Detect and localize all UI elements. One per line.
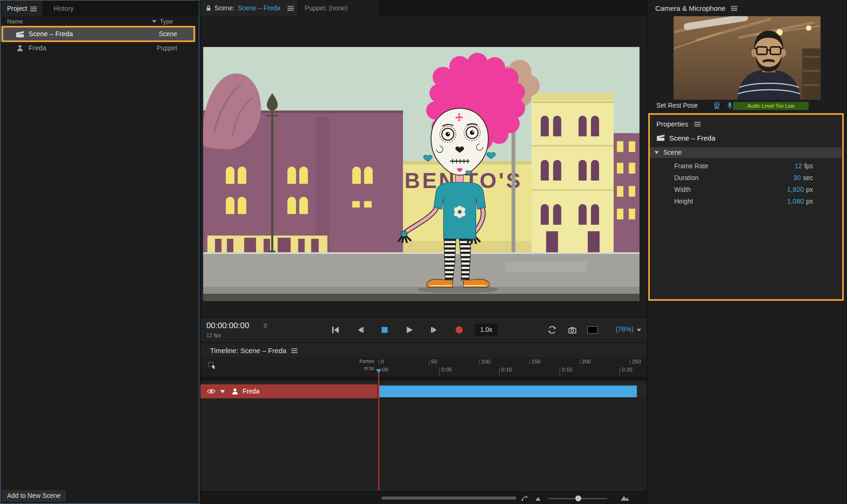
- track-header-freda[interactable]: Freda: [200, 384, 378, 398]
- property-row-duration: Duration 30sec: [650, 174, 842, 184]
- next-frame-button[interactable]: [427, 323, 442, 338]
- timeline-header: Timeline: Scene – Freda: [200, 343, 647, 357]
- frame-counter[interactable]: 0: [264, 323, 267, 329]
- track-visibility-eye-icon[interactable]: [207, 388, 216, 394]
- properties-title: Properties: [656, 120, 688, 128]
- time-tick: 0:10: [501, 367, 511, 373]
- go-to-start-button[interactable]: [328, 323, 343, 338]
- puppet-icon: [17, 45, 24, 51]
- frame-tick: 250: [632, 358, 641, 364]
- scene-clapperboard-icon: [16, 30, 24, 38]
- loop-playback-icon[interactable]: [544, 323, 559, 338]
- property-label: Height: [674, 198, 693, 205]
- track-expand-caret-icon[interactable]: [220, 389, 225, 393]
- project-item-name: Scene – Freda: [29, 30, 73, 38]
- timeline-title: Timeline: Scene – Freda: [210, 346, 287, 354]
- playhead[interactable]: [378, 369, 379, 490]
- panel-menu-icon[interactable]: [288, 6, 294, 10]
- project-row-scene-freda[interactable]: Scene – Freda Scene: [0, 26, 195, 41]
- project-row-freda[interactable]: Freda Puppet: [0, 41, 195, 55]
- playback-bar: 00:00:00:00 0 12 fps 1.0x: [200, 317, 647, 342]
- property-value[interactable]: 1,920: [787, 186, 804, 194]
- timecode[interactable]: 00:00:00:00: [207, 321, 249, 330]
- track-puppet-icon: [232, 388, 238, 394]
- transparency-grid-toggle[interactable]: [587, 326, 598, 334]
- camera-toggle-icon[interactable]: [712, 102, 721, 110]
- column-name[interactable]: Name: [7, 18, 23, 25]
- set-rest-pose-button[interactable]: Set Rest Pose: [656, 102, 698, 110]
- frame-tick: 200: [582, 358, 591, 364]
- timeline-panel: Timeline: Scene – Freda frames m:ss 0 50…: [200, 342, 647, 504]
- stop-button[interactable]: [377, 323, 392, 338]
- timeline-scroll-row: [200, 492, 647, 504]
- zoom-out-mountain-icon[interactable]: [535, 496, 541, 501]
- timeline-empty-area[interactable]: [200, 399, 647, 491]
- scene-artwork: BENITO'S: [203, 47, 640, 301]
- character-animator-app: Project History Name Type Scene – Freda …: [0, 0, 847, 504]
- sort-caret-icon[interactable]: [152, 20, 157, 23]
- previous-frame-button[interactable]: [353, 323, 368, 338]
- tab-puppet[interactable]: Puppet: (none): [299, 0, 379, 16]
- playback-speed[interactable]: 1.0x: [475, 324, 497, 336]
- column-type[interactable]: Type: [160, 18, 173, 25]
- lock-icon: [206, 5, 211, 11]
- frame-tick: 150: [532, 358, 541, 364]
- track-name: Freda: [242, 387, 259, 395]
- project-panel: Project History Name Type Scene – Freda …: [0, 0, 200, 504]
- scene-clip-bar[interactable]: [379, 386, 637, 397]
- horizontal-scrollbar[interactable]: [380, 496, 519, 500]
- tab-history[interactable]: History: [48, 0, 79, 16]
- property-value[interactable]: 1,080: [787, 198, 804, 205]
- property-unit: fps: [804, 162, 813, 170]
- play-button[interactable]: [402, 323, 417, 338]
- tab-scene[interactable]: Scene: Scene – Freda: [200, 0, 298, 16]
- audio-level-warning-badge: Audio Level Too Low: [733, 102, 809, 110]
- center-panel: Scene: Scene – Freda Puppet: (none): [200, 0, 647, 504]
- property-label: Frame Rate: [674, 162, 709, 170]
- project-item-type: Puppet: [157, 44, 177, 52]
- property-unit: sec: [803, 174, 813, 181]
- microphone-toggle-icon[interactable]: [727, 102, 733, 110]
- property-unit: px: [806, 198, 813, 205]
- scene-section-header[interactable]: Scene: [650, 147, 842, 158]
- panel-menu-icon[interactable]: [291, 348, 298, 353]
- time-tick: :00: [381, 367, 388, 373]
- tab-project[interactable]: Project: [1, 0, 42, 16]
- tab-project-label: Project: [7, 5, 27, 12]
- project-tabbar: Project History: [0, 0, 199, 16]
- playhead-marker-icon[interactable]: [376, 369, 381, 373]
- properties-item-name: Scene – Freda: [669, 134, 715, 142]
- tab-puppet-label: Puppet: (none): [304, 4, 347, 12]
- add-to-new-scene-button[interactable]: Add to New Scene: [1, 490, 66, 502]
- panel-menu-icon[interactable]: [31, 6, 37, 11]
- frame-tick: 0: [381, 358, 384, 364]
- tab-scene-name: Scene – Freda: [238, 4, 280, 12]
- track-select-tool-icon[interactable]: [208, 362, 216, 370]
- zoom-caret-icon[interactable]: [637, 329, 641, 331]
- fps-label: 12 fps: [207, 332, 221, 338]
- snapshot-camera-icon[interactable]: [565, 323, 580, 338]
- frame-tick: 100: [481, 358, 490, 364]
- property-row-height: Height 1,080px: [650, 198, 842, 208]
- panel-menu-icon[interactable]: [694, 122, 701, 126]
- frame-tick: 50: [431, 358, 437, 364]
- scrollbar-thumb[interactable]: [381, 496, 516, 500]
- ruler-frames-label: frames: [347, 358, 374, 363]
- timeline-zoom-slider-knob[interactable]: [575, 496, 582, 502]
- time-tick: 0:20: [622, 367, 632, 373]
- zoom-level[interactable]: (76%): [602, 325, 634, 333]
- zoom-in-mountain-icon[interactable]: [621, 495, 629, 501]
- timeline-ruler[interactable]: frames m:ss 0 50 100 150 200 250 :00 0:0…: [200, 357, 647, 380]
- property-value[interactable]: 30: [793, 174, 801, 181]
- property-label: Duration: [674, 174, 699, 181]
- property-value[interactable]: 12: [795, 162, 802, 170]
- tab-scene-prefix: Scene:: [215, 4, 235, 12]
- zoom-fit-icon[interactable]: [520, 495, 527, 502]
- property-row-width: Width 1,920px: [650, 186, 842, 196]
- scene-stage[interactable]: BENITO'S: [200, 16, 647, 317]
- webcam-video-frame: [674, 16, 821, 100]
- panel-menu-icon[interactable]: [731, 6, 737, 11]
- project-item-type: Scene: [159, 30, 177, 38]
- project-column-header[interactable]: Name Type: [0, 17, 199, 27]
- record-button[interactable]: [452, 323, 467, 338]
